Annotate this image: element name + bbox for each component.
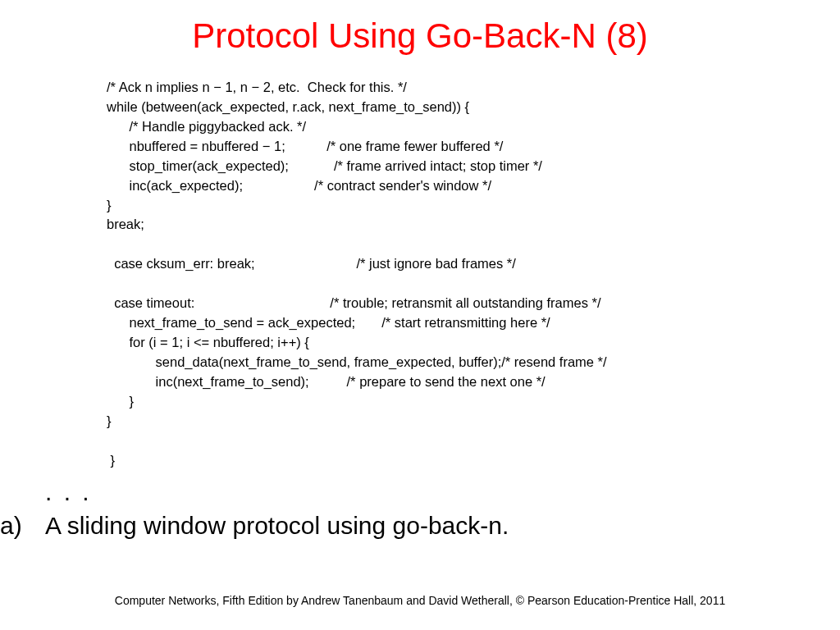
code-line: for (i = 1; i <= nbuffered; i++) {: [107, 335, 309, 349]
code-line: stop_timer(ack_expected); /* frame arriv…: [107, 158, 542, 173]
code-line: next_frame_to_send = ack_expected; /* st…: [107, 315, 550, 330]
code-line: while (between(ack_expected, r.ack, next…: [107, 99, 469, 114]
code-line: case cksum_err: break; /* just ignore ba…: [114, 256, 516, 271]
slide-title: Protocol Using Go-Back-N (8): [0, 16, 840, 56]
code-line: /* Handle piggybacked ack. */: [107, 119, 306, 134]
code-line: send_data(next_frame_to_send, frame_expe…: [107, 354, 607, 369]
code-line: }: [107, 394, 134, 409]
footer-citation: Computer Networks, Fifth Edition by Andr…: [0, 594, 840, 607]
caption-body: A sliding window protocol using go-back-…: [45, 512, 509, 540]
code-line: }: [111, 453, 116, 468]
code-line: inc(ack_expected); /* contract sender's …: [107, 178, 491, 193]
slide: Protocol Using Go-Back-N (8) /* Ack n im…: [0, 0, 840, 630]
ellipsis: . . .: [45, 478, 92, 506]
code-block: /* Ack n implies n − 1, n − 2, etc. Chec…: [107, 78, 779, 470]
code-line: break;: [107, 217, 144, 231]
code-line: }: [107, 198, 112, 212]
caption-label: a): [0, 512, 22, 540]
code-line: nbuffered = nbuffered − 1; /* one frame …: [107, 139, 503, 153]
code-line: case timeout: /* trouble; retransmit all…: [114, 295, 600, 310]
code-line: inc(next_frame_to_send); /* prepare to s…: [107, 374, 546, 389]
code-line: }: [107, 413, 112, 428]
code-line: /* Ack n implies n − 1, n − 2, etc. Chec…: [107, 80, 407, 94]
